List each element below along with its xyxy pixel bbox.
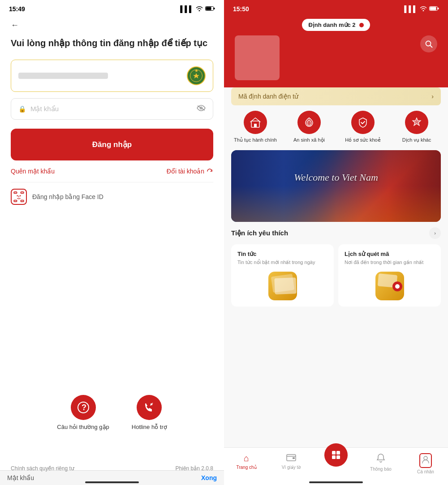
login-title: Vui lòng nhập thông tin đăng nhập để tiế… [11, 37, 213, 49]
svg-rect-9 [21, 200, 24, 202]
right-time: 15:50 [233, 5, 249, 13]
service-icons-row: Thủ tục hành chính An sinh xã hội [231, 111, 441, 143]
svg-line-20 [431, 46, 432, 48]
service-item-1[interactable]: An sinh xã hội [285, 111, 333, 143]
faq-icon-circle: ? [71, 395, 96, 420]
tin-tuc-desc: Tin tức nổi bật mới nhất trong ngày [237, 259, 327, 266]
bell-icon [376, 453, 385, 465]
ma-dinh-danh-label: Mã định danh điện tử [238, 93, 298, 100]
tien-ich-arrow-button[interactable]: › [429, 227, 441, 239]
svg-rect-27 [332, 451, 336, 455]
password-placeholder: Mật khẩu [30, 105, 192, 113]
lock-icon: 🔒 [18, 105, 26, 113]
faq-button[interactable]: ? Câu hỏi thường gặp [57, 395, 109, 431]
svg-rect-17 [438, 8, 439, 9]
login-button-wrapper: Đăng nhập [11, 129, 213, 160]
face-id-row[interactable]: Đăng nhập bằng Face ID [11, 182, 213, 211]
privacy-policy-link[interactable]: Chính sách quyền riêng tư [11, 465, 74, 472]
tin-tuc-card[interactable]: Tin tức Tin tức nổi bật mới nhất trong n… [231, 244, 334, 306]
svg-point-19 [426, 41, 431, 46]
svg-marker-23 [413, 118, 421, 126]
username-field[interactable] [11, 60, 213, 92]
svg-rect-30 [336, 455, 340, 459]
user-avatar [235, 35, 280, 80]
service-circle-0 [244, 111, 267, 134]
battery-icon [205, 5, 215, 13]
svg-rect-6 [14, 192, 17, 193]
banner-image[interactable]: Welcome to Viet Nam [231, 150, 441, 222]
hotline-button[interactable]: Hotline hỗ trợ [132, 395, 167, 431]
vnid-inner [190, 69, 202, 82]
version-label: Phiên bản 2.0.8 [176, 465, 213, 472]
service-label-3: Dịch vụ khác [402, 137, 431, 143]
left-status-icons: ▌▌▌ [180, 5, 215, 13]
right-signal-icon: ▌▌▌ [404, 5, 418, 13]
service-label-1: An sinh xã hội [293, 137, 325, 143]
wifi-icon [196, 5, 203, 13]
eye-icon[interactable] [197, 105, 206, 113]
svg-rect-1 [214, 8, 215, 9]
nav-center[interactable] [314, 450, 358, 476]
lich-su-card[interactable]: Lịch sử quét mã Nơi đã đến trong thời gi… [338, 244, 441, 306]
wallet-icon [286, 453, 296, 463]
nav-ca-nhan-label: Cá nhân [417, 469, 434, 474]
search-button[interactable] [420, 35, 437, 52]
faq-label: Câu hỏi thường gặp [57, 424, 109, 431]
vnid-badge [187, 66, 206, 85]
ma-dinh-danh-bar[interactable]: Mã định danh điện tử › [231, 87, 441, 105]
service-label-0: Thủ tục hành chính [234, 137, 277, 143]
nav-vi-giay-to[interactable]: Ví giấy tờ [269, 451, 314, 476]
nav-thong-bao-label: Thông báo [370, 467, 392, 472]
nav-thong-bao[interactable]: Thông báo [358, 451, 403, 476]
service-item-0[interactable]: Thủ tục hành chính [231, 111, 280, 143]
support-row: ? Câu hỏi thường gặp Hotline hỗ trợ [0, 386, 224, 440]
right-home-indicator [309, 481, 363, 483]
login-button[interactable]: Đăng nhập [13, 131, 211, 158]
password-field[interactable]: 🔒 Mật khẩu [11, 98, 213, 120]
right-battery-icon [429, 5, 439, 13]
right-wifi-icon [420, 5, 427, 13]
nav-center-button[interactable] [324, 443, 348, 467]
tin-tuc-title: Tin tức [237, 251, 327, 257]
svg-rect-29 [332, 455, 336, 459]
svg-marker-3 [193, 73, 199, 78]
face-id-label: Đăng nhập bằng Face ID [32, 193, 103, 200]
service-item-3[interactable]: Dịch vụ khác [392, 111, 441, 143]
right-status-icons: ▌▌▌ [404, 5, 439, 13]
forgot-password-link[interactable]: Quên mật khẩu [11, 168, 55, 175]
dinh-danh-label: Định danh mức 2 [308, 22, 355, 28]
svg-rect-28 [336, 451, 340, 455]
person-icon [419, 453, 432, 468]
right-panel: 15:50 ▌▌▌ Định danh mức 2 [224, 0, 448, 485]
banner-text: Welcome to Viet Nam [294, 172, 378, 183]
user-avatar-area [231, 35, 441, 80]
switch-account-button[interactable]: Đổi tài khoản [167, 168, 213, 175]
svg-rect-7 [21, 192, 24, 193]
service-item-2[interactable]: Hồ sơ sức khoẻ [339, 111, 387, 143]
home-icon: ⌂ [244, 453, 249, 463]
right-header-content: Định danh mức 2 [224, 15, 448, 87]
svg-text:?: ? [82, 403, 86, 412]
left-time: 15:49 [9, 5, 25, 13]
signal-icon: ▌▌▌ [180, 5, 194, 13]
nav-trang-chu-label: Trang chủ [236, 465, 256, 470]
service-label-2: Hồ sơ sức khoẻ [345, 137, 380, 143]
svg-rect-8 [14, 200, 17, 202]
tien-ich-label: Tiện ích yêu thích [231, 229, 288, 237]
nav-trang-chu[interactable]: ⌂ Trang chủ [224, 451, 269, 476]
hotline-label: Hotline hỗ trợ [132, 424, 167, 431]
svg-point-31 [424, 456, 427, 460]
svg-rect-25 [293, 457, 295, 459]
home-indicator [85, 481, 139, 483]
lich-su-desc: Nơi đã đến trong thời gian gần nhất [345, 259, 435, 266]
nav-vi-giay-to-label: Ví giấy tờ [282, 465, 301, 470]
left-footer: Chính sách quyền riêng tư Phiên bản 2.0.… [0, 461, 224, 476]
svg-rect-22 [254, 124, 257, 127]
service-circle-1 [297, 111, 321, 134]
lich-su-title: Lịch sử quét mã [345, 251, 435, 257]
face-id-icon [11, 189, 27, 205]
back-button[interactable]: ← [11, 21, 24, 30]
dinh-danh-badge: Định danh mức 2 [302, 19, 370, 31]
svg-rect-18 [430, 7, 436, 10]
nav-ca-nhan[interactable]: Cá nhân [403, 451, 448, 476]
